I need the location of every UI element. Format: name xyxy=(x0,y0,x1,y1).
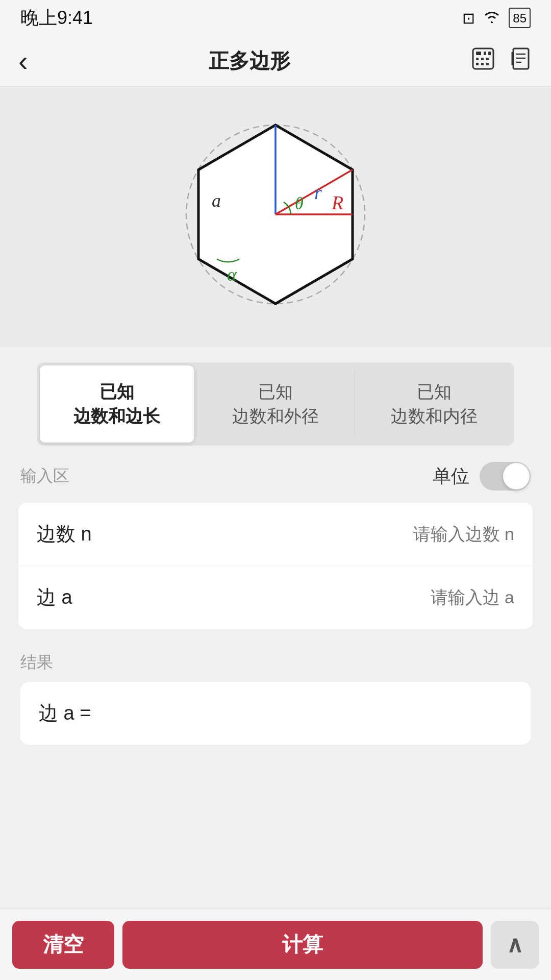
tab-divider-2 xyxy=(355,371,355,437)
tab-sides-length[interactable]: 已知 边数和边长 xyxy=(40,365,194,443)
input-row-sides: 边数 n xyxy=(18,503,533,566)
status-bar: 晚上9:41 ⊡ 85 xyxy=(0,0,551,36)
input-section-label: 输入区 xyxy=(20,465,69,487)
tab-sides-circumradius[interactable]: 已知 边数和外径 xyxy=(198,365,353,443)
side-a-input[interactable] xyxy=(139,587,514,607)
unit-label: 单位 xyxy=(433,464,469,489)
svg-rect-5 xyxy=(481,58,484,60)
svg-rect-6 xyxy=(486,58,489,60)
sides-label: 边数 n xyxy=(37,521,139,547)
tab-sides-inradius[interactable]: 已知 边数和内径 xyxy=(357,365,511,443)
collapse-button[interactable]: ∧ xyxy=(491,921,539,969)
notebook-icon[interactable] xyxy=(509,47,533,76)
polygon-diagram: r R θ α a xyxy=(133,107,418,322)
clear-button[interactable]: 清空 xyxy=(12,921,114,969)
tabs-section: 已知 边数和边长 已知 边数和外径 已知 边数和内径 xyxy=(0,347,551,446)
input-section: 输入区 单位 边数 n 边 a xyxy=(0,446,551,633)
unit-toggle[interactable] xyxy=(480,462,531,491)
svg-text:θ: θ xyxy=(295,194,304,213)
svg-rect-8 xyxy=(481,63,484,65)
battery-charging-icon: ⊡ xyxy=(462,9,475,27)
page-title: 正多边形 xyxy=(209,47,290,75)
header-actions xyxy=(471,47,533,76)
header: ‹ 正多边形 xyxy=(0,36,551,87)
input-section-header: 输入区 单位 xyxy=(0,446,551,499)
result-row-a: 边 a = xyxy=(39,700,512,726)
svg-text:α: α xyxy=(227,264,237,285)
svg-text:a: a xyxy=(212,190,221,211)
result-section: 结果 边 a = xyxy=(0,633,551,835)
unit-row: 单位 xyxy=(433,462,531,491)
input-row-side-a: 边 a xyxy=(18,566,533,629)
svg-text:R: R xyxy=(331,192,343,213)
back-button[interactable]: ‹ xyxy=(18,47,28,76)
result-label: 结果 xyxy=(20,651,531,674)
svg-rect-3 xyxy=(488,52,491,55)
calculate-button[interactable]: 计算 xyxy=(122,921,483,969)
bottom-bar: 清空 计算 ∧ xyxy=(0,909,551,980)
status-icons: ⊡ 85 xyxy=(462,8,531,28)
battery-icon: 85 xyxy=(509,8,531,28)
toggle-knob xyxy=(503,463,530,489)
calculator-icon[interactable] xyxy=(471,47,495,76)
svg-rect-9 xyxy=(486,63,489,65)
svg-rect-1 xyxy=(476,52,481,55)
svg-rect-4 xyxy=(476,58,479,60)
diagram-area: r R θ α a xyxy=(0,87,551,347)
wifi-icon xyxy=(482,9,502,28)
tab-divider-1 xyxy=(196,371,196,437)
input-card: 边数 n 边 a xyxy=(18,503,533,629)
svg-rect-7 xyxy=(476,63,479,65)
sides-input[interactable] xyxy=(139,524,514,544)
tab-group: 已知 边数和边长 已知 边数和外径 已知 边数和内径 xyxy=(37,362,514,446)
result-section-inner: 结果 边 a = xyxy=(0,633,551,753)
status-time: 晚上9:41 xyxy=(20,6,93,31)
side-a-label: 边 a xyxy=(37,584,139,610)
chevron-up-icon: ∧ xyxy=(507,932,523,958)
svg-rect-2 xyxy=(484,52,486,55)
result-card: 边 a = xyxy=(20,682,531,745)
svg-text:r: r xyxy=(314,182,322,203)
